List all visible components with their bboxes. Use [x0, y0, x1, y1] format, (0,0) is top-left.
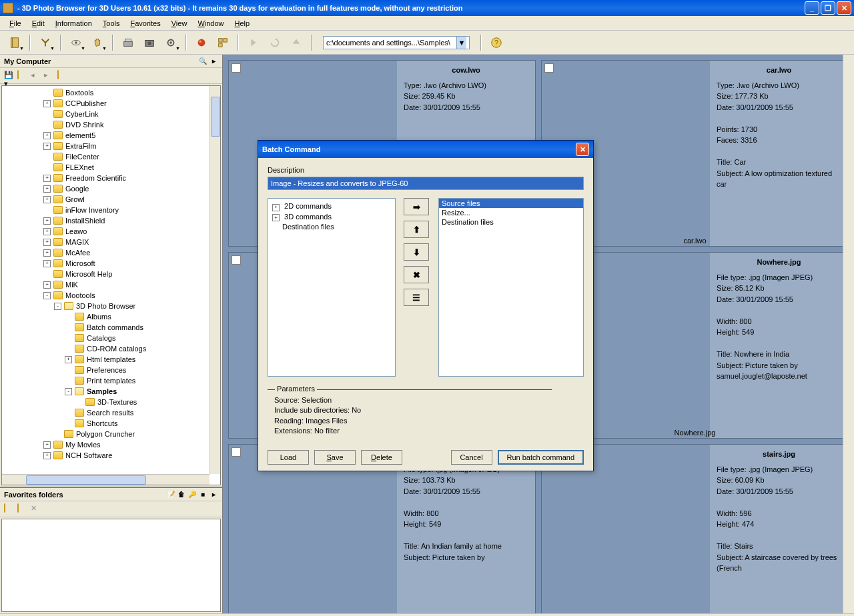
tree-label[interactable]: Growl: [65, 195, 85, 203]
expand-icon[interactable]: -: [43, 292, 51, 299]
tree-label[interactable]: Boxtools: [65, 89, 93, 97]
hand-icon[interactable]: ▼: [88, 33, 107, 52]
tree-label[interactable]: InstallShield: [65, 217, 105, 225]
tree-node[interactable]: +Leawo: [3, 226, 219, 237]
move-down-button[interactable]: ⬇: [404, 243, 429, 261]
tree-node[interactable]: +ExtraFilm: [3, 141, 219, 151]
fav-folder2-icon[interactable]: [17, 504, 28, 515]
tree-label[interactable]: ExtraFilm: [65, 142, 96, 150]
expand-icon[interactable]: +: [43, 441, 51, 449]
expand-icon[interactable]: +: [43, 175, 51, 182]
add-button[interactable]: ➡: [404, 198, 429, 215]
tree-label[interactable]: NCH Software: [65, 451, 112, 459]
tree-scrollbar-h[interactable]: [2, 474, 209, 485]
tree-node[interactable]: FileCenter: [3, 151, 219, 162]
dialog-close-button[interactable]: ✕: [576, 143, 589, 156]
tree-label[interactable]: My Movies: [65, 441, 101, 449]
expand-icon[interactable]: -: [54, 303, 61, 310]
tree-node[interactable]: +MiK: [3, 279, 219, 290]
expand-icon[interactable]: +: [43, 196, 51, 203]
tree-label[interactable]: Albums: [87, 313, 111, 321]
tree-node[interactable]: Boxtools: [3, 87, 219, 98]
fav-del-icon[interactable]: 🗑: [177, 490, 186, 499]
tree-node[interactable]: +CCPublisher: [3, 98, 219, 109]
notebook-icon[interactable]: ▼: [5, 33, 24, 52]
menu-information[interactable]: Information: [50, 18, 97, 29]
tree-node[interactable]: Polygon Cruncher: [3, 429, 219, 439]
folder-icon[interactable]: [17, 71, 28, 81]
fav-key-icon[interactable]: 🔑: [187, 490, 197, 499]
options-icon[interactable]: ▸: [209, 57, 218, 66]
tree-label[interactable]: Catalogs: [87, 334, 115, 342]
tree-label[interactable]: Search results: [87, 409, 133, 417]
tree-node[interactable]: 3D-Textures: [3, 397, 219, 407]
tree-label[interactable]: Samples: [87, 387, 117, 395]
save-button[interactable]: Save: [314, 450, 356, 465]
expand-icon[interactable]: +: [43, 100, 51, 107]
fwd-icon[interactable]: ▸: [44, 71, 55, 81]
tree-label[interactable]: CyberLink: [65, 110, 99, 118]
drive-icon[interactable]: 💾▾: [4, 71, 15, 81]
close-button[interactable]: ✕: [837, 1, 851, 15]
fav-folder1-icon[interactable]: [4, 504, 15, 515]
cancel-button[interactable]: Cancel: [451, 450, 492, 465]
run-batch-button[interactable]: Run batch command: [498, 450, 584, 465]
command-tree-item[interactable]: + 2D commands: [271, 201, 392, 212]
minimize-button[interactable]: _: [805, 1, 819, 15]
command-tree-item[interactable]: + 3D commands: [271, 212, 392, 223]
move-up-button[interactable]: ⬆: [404, 221, 429, 238]
tree-node[interactable]: +Html templates: [3, 354, 219, 365]
delete-button[interactable]: Delete: [361, 450, 402, 465]
properties-button[interactable]: ☰: [404, 289, 429, 306]
menu-edit[interactable]: Edit: [27, 18, 50, 29]
tree-node[interactable]: Print templates: [3, 375, 219, 386]
tree-label[interactable]: Shortcuts: [87, 419, 117, 427]
scanner-icon[interactable]: [119, 33, 137, 52]
expand-icon[interactable]: +: [43, 132, 51, 139]
tree-node[interactable]: +MAGIX: [3, 237, 219, 247]
back-icon[interactable]: ◂: [31, 71, 41, 81]
tree-node[interactable]: +InstallShield: [3, 215, 219, 226]
fav-pin-icon[interactable]: ■: [198, 490, 207, 499]
tree-node[interactable]: DVD Shrink: [3, 119, 219, 130]
eye-icon[interactable]: ▼: [67, 33, 85, 52]
tree-label[interactable]: Preferences: [87, 366, 126, 374]
folder-tree[interactable]: Boxtools+CCPublisherCyberLinkDVD Shrink+…: [1, 85, 221, 485]
fav-note-icon[interactable]: 📝: [166, 490, 175, 499]
favorites-list[interactable]: [1, 519, 221, 612]
tree-node[interactable]: -3D Photo Browser: [3, 301, 219, 311]
tree-node[interactable]: CyberLink: [3, 109, 219, 119]
tree-node[interactable]: -Mootools: [3, 290, 219, 301]
tree-node[interactable]: -Samples: [3, 386, 219, 397]
tree-node[interactable]: Preferences: [3, 365, 219, 375]
expand-icon[interactable]: +: [43, 217, 51, 225]
camera-icon[interactable]: [140, 33, 159, 52]
menu-tools[interactable]: Tools: [97, 18, 125, 29]
tree-label[interactable]: Google: [65, 185, 89, 193]
expand-icon[interactable]: +: [43, 452, 51, 459]
tree-label[interactable]: Freedom Scientific: [65, 174, 126, 182]
tree-node[interactable]: Search results: [3, 407, 219, 418]
tree-node[interactable]: +Google: [3, 183, 219, 194]
command-tree-item[interactable]: Destination files: [271, 222, 392, 231]
fav-del2-icon[interactable]: ✕: [31, 504, 41, 515]
layout-icon[interactable]: [214, 33, 232, 52]
tree-node[interactable]: CD-ROM catalogs: [3, 343, 219, 354]
tree-label[interactable]: inFlow Inventory: [65, 206, 119, 214]
refresh-icon[interactable]: [266, 33, 284, 52]
tree-node[interactable]: +Freedom Scientific: [3, 173, 219, 183]
tree-label[interactable]: Leawo: [65, 227, 87, 235]
fav-arrow-icon[interactable]: ▸: [209, 490, 218, 499]
tree-label[interactable]: CD-ROM catalogs: [87, 345, 146, 353]
tools-icon[interactable]: ▼: [36, 33, 55, 52]
description-input[interactable]: [268, 177, 584, 190]
tree-label[interactable]: Batch commands: [87, 323, 143, 331]
expand-icon[interactable]: +: [65, 356, 72, 363]
selected-command-item[interactable]: Destination files: [439, 217, 583, 227]
tree-node[interactable]: +McAfee: [3, 247, 219, 258]
tree-node[interactable]: +My Movies: [3, 439, 219, 450]
expand-icon[interactable]: +: [43, 185, 51, 193]
expand-icon[interactable]: +: [43, 228, 51, 235]
forward-icon[interactable]: [244, 33, 263, 52]
load-button[interactable]: Load: [268, 450, 309, 465]
